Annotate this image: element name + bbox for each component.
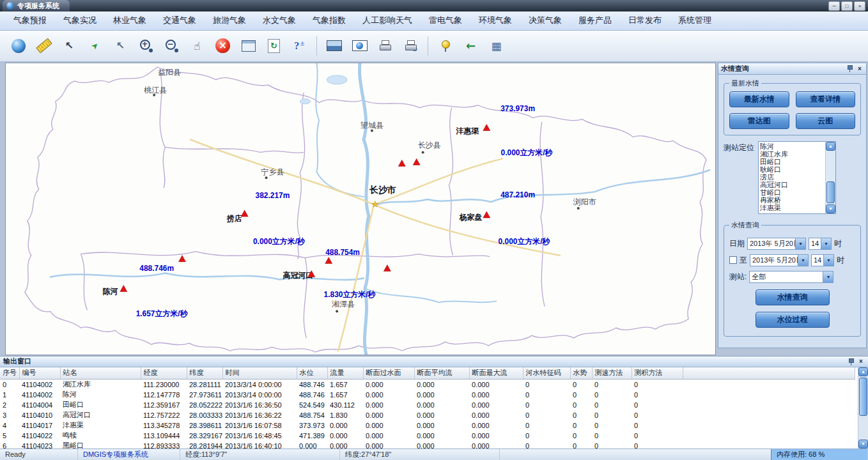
water-level-process-button[interactable]: 水位过程 — [756, 312, 830, 328]
end-date-select[interactable]: 2013年 5月20日 ▼ — [750, 254, 809, 266]
column-header[interactable]: 时间 — [222, 367, 297, 379]
pin-icon[interactable] — [848, 358, 855, 365]
station-marker-icon[interactable] — [398, 160, 405, 166]
table-row[interactable]: 241104004田峪口112.35916728.0522222013/1/6 … — [0, 400, 855, 410]
station-marker-icon[interactable] — [179, 255, 186, 261]
scrollbar-thumb[interactable] — [826, 181, 835, 203]
globe-tool[interactable] — [8, 34, 29, 57]
globe-view-tool[interactable] — [349, 34, 370, 57]
column-header[interactable]: 编号 — [19, 367, 60, 379]
pan-tool[interactable] — [187, 34, 208, 57]
station-list-item[interactable]: 湘江水库 — [760, 150, 825, 158]
column-header[interactable]: 断面最大流 — [469, 367, 523, 379]
dropdown-arrow-icon[interactable]: ▼ — [821, 238, 831, 249]
select-arrow-tool[interactable] — [84, 34, 105, 57]
menu-item-10[interactable]: 环境气象 — [470, 15, 520, 26]
column-header[interactable]: 纬度 — [187, 367, 222, 379]
scroll-down-icon[interactable]: ▼ — [858, 440, 868, 448]
full-extent-tool[interactable] — [486, 34, 507, 57]
zoom-out-tool[interactable] — [161, 34, 182, 57]
menu-item-14[interactable]: 系统管理 — [670, 15, 720, 26]
station-marker-icon[interactable] — [483, 211, 490, 218]
close-icon[interactable]: × — [857, 358, 865, 365]
menu-item-9[interactable]: 雷电气象 — [421, 15, 470, 26]
menu-item-3[interactable]: 林业气象 — [105, 15, 155, 26]
start-date-select[interactable]: 2013年 5月20日 ▼ — [747, 238, 806, 250]
zoom-in-tool[interactable] — [136, 34, 157, 57]
end-hour-select[interactable]: 14 ▼ — [811, 254, 834, 266]
table-row[interactable]: 641104023黑峪口112.89333328.2819442013/1/6 … — [0, 441, 855, 448]
map-view-tool[interactable] — [323, 34, 345, 57]
station-list-item[interactable]: 涝店 — [760, 173, 825, 181]
station-list-item[interactable]: 沣惠渠 — [760, 204, 825, 211]
column-header[interactable]: 站名 — [60, 367, 141, 379]
marker-tool[interactable] — [435, 34, 456, 57]
column-header[interactable]: 序号 — [0, 367, 19, 379]
table-row[interactable]: 141104002陈河112.14777827.9736112013/3/14 … — [0, 390, 855, 400]
print-preview-tool[interactable] — [400, 34, 421, 57]
minimize-button[interactable]: ─ — [828, 1, 840, 11]
to-date-checkbox[interactable] — [729, 256, 737, 264]
help-tool[interactable] — [289, 34, 310, 57]
station-list-item[interactable]: 陈河 — [760, 142, 825, 150]
dropdown-arrow-icon[interactable]: ▼ — [823, 255, 833, 266]
station-marker-icon[interactable] — [413, 158, 420, 165]
menu-item-12[interactable]: 服务产品 — [570, 15, 620, 26]
menu-item-1[interactable]: 气象预报 — [5, 15, 55, 26]
scroll-down-icon[interactable]: ▼ — [826, 204, 835, 213]
table-row[interactable]: 541104022鸣犊113.10944428.3291672013/1/6 1… — [0, 431, 855, 441]
station-list-item[interactable]: 冉家桥 — [760, 196, 825, 204]
latest-water-button[interactable]: 最新水情 — [729, 91, 789, 107]
column-header[interactable]: 流量 — [327, 367, 363, 379]
radar-chart-button[interactable]: 雷达图 — [729, 113, 789, 129]
map-area[interactable]: 益阳县桃江县宁乡县望城县长沙县浏阳市湘潭县长沙市沣惠渠捞店陈河高冠河口杨家盘37… — [5, 63, 716, 355]
station-marker-icon[interactable] — [384, 264, 391, 271]
dropdown-arrow-icon[interactable]: ▼ — [823, 272, 833, 282]
start-hour-select[interactable]: 14 ▼ — [809, 238, 832, 250]
station-marker-icon[interactable] — [120, 285, 127, 291]
print-tool[interactable] — [375, 34, 396, 57]
cloud-image-button[interactable]: 云图 — [796, 113, 856, 129]
column-header[interactable]: 水势 — [570, 367, 592, 379]
close-icon[interactable]: × — [856, 65, 864, 72]
pin-icon[interactable] — [846, 65, 853, 72]
station-marker-icon[interactable] — [483, 124, 490, 130]
column-header[interactable]: 断面过水面 — [363, 367, 414, 379]
station-marker-icon[interactable] — [325, 257, 332, 263]
column-header[interactable]: 测速方法 — [592, 367, 632, 379]
refresh-tool[interactable] — [263, 34, 284, 57]
column-header[interactable]: 经度 — [141, 367, 187, 379]
back-tool[interactable] — [460, 34, 481, 57]
column-header[interactable]: 测积方法 — [632, 367, 683, 379]
menu-item-4[interactable]: 交通气象 — [155, 15, 205, 26]
dropdown-arrow-icon[interactable]: ▼ — [795, 238, 805, 249]
column-header[interactable]: 水位 — [297, 367, 327, 379]
dropdown-arrow-icon[interactable]: ▼ — [798, 255, 808, 266]
menu-item-2[interactable]: 气象实况 — [55, 15, 105, 26]
column-header[interactable]: 断面平均流 — [414, 367, 469, 379]
stop-tool[interactable] — [212, 34, 233, 57]
menu-item-11[interactable]: 决策气象 — [520, 15, 570, 26]
menu-item-6[interactable]: 水文气象 — [254, 15, 304, 26]
menu-item-7[interactable]: 气象指数 — [304, 15, 354, 26]
maximize-button[interactable]: □ — [841, 1, 853, 11]
table-row[interactable]: 441104017沣惠渠113.34527828.3986112013/1/6 … — [0, 420, 855, 431]
measure-tool[interactable] — [33, 34, 54, 57]
menu-item-5[interactable]: 旅游气象 — [205, 15, 254, 26]
station-list-item[interactable]: 高冠河口 — [760, 181, 825, 188]
map-canvas[interactable]: 益阳县桃江县宁乡县望城县长沙县浏阳市湘潭县长沙市沣惠渠捞店陈河高冠河口杨家盘37… — [6, 63, 715, 355]
table-row[interactable]: 041104002湘江水库111.23000028.2811112013/3/1… — [0, 379, 855, 390]
fit-window-tool[interactable] — [238, 34, 259, 57]
station-list-item[interactable]: 耿峪口 — [760, 165, 825, 173]
table-vertical-scrollbar[interactable]: ▲ ▼ — [858, 367, 868, 448]
station-marker-icon[interactable] — [241, 210, 248, 217]
close-button[interactable]: × — [854, 1, 865, 11]
select-features-tool[interactable] — [59, 34, 80, 57]
table-row[interactable]: 341104010高冠河口112.75722228.0033332013/1/6… — [0, 410, 855, 420]
station-list-item[interactable]: 田峪口 — [760, 158, 825, 165]
column-header[interactable]: 河水特征码 — [523, 367, 570, 379]
menu-item-13[interactable]: 日常发布 — [620, 15, 670, 26]
scrollbar-thumb[interactable] — [859, 378, 867, 416]
station-listbox[interactable]: 陈河湘江水库田峪口耿峪口涝店高冠河口甘峪口冉家桥沣惠渠 ▲ ▼ — [758, 141, 836, 214]
water-query-button[interactable]: 水情查询 — [756, 289, 830, 305]
